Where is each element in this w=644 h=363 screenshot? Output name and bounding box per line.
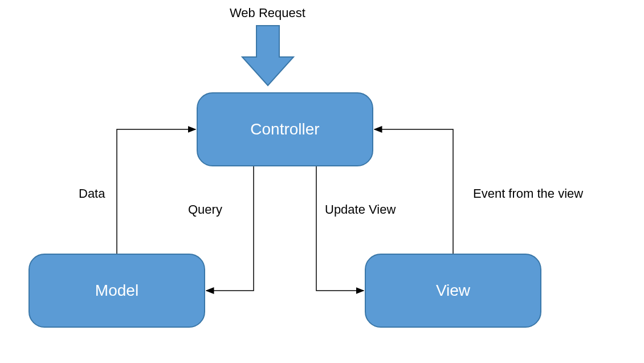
arrow-event-from-view — [374, 129, 453, 254]
node-controller: Controller — [197, 92, 373, 166]
edge-label-update-view: Update View — [325, 202, 396, 217]
arrow-update-view — [316, 166, 364, 291]
node-model: Model — [28, 254, 205, 328]
diagram-title: Web Request — [230, 6, 305, 21]
edge-label-query: Query — [188, 202, 222, 217]
arrow-data — [117, 129, 195, 254]
edge-label-event-from-view: Event from the view — [473, 186, 583, 201]
edge-label-data: Data — [79, 186, 105, 201]
arrow-query — [206, 166, 254, 291]
node-view: View — [365, 254, 541, 328]
